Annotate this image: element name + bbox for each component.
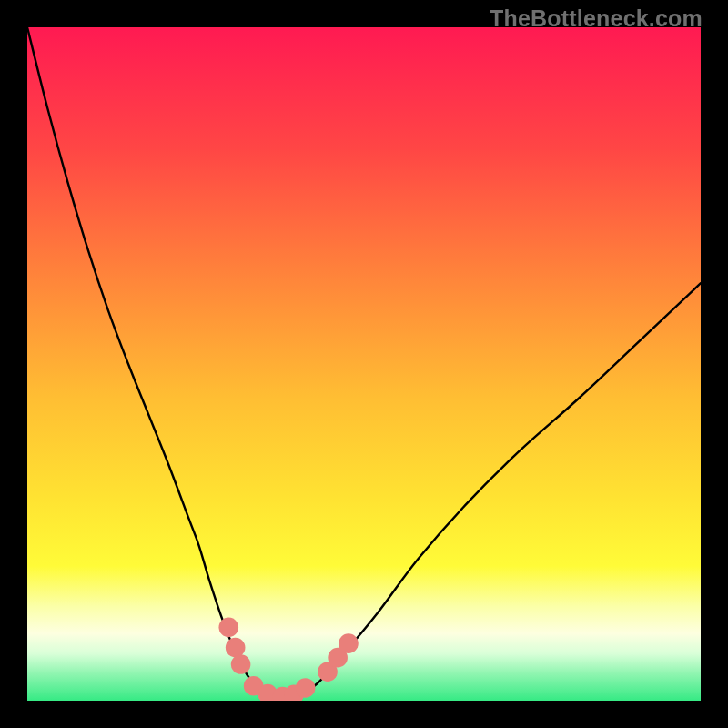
bottleneck-curve <box>27 27 701 701</box>
curve-marker <box>226 638 246 658</box>
curve-marker <box>231 654 251 674</box>
plot-area <box>27 27 701 701</box>
curve-marker <box>218 618 238 638</box>
chart-frame: TheBottleneck.com TheBottleneck.com <box>0 0 728 728</box>
curve-marker <box>296 678 316 698</box>
curve-marker <box>339 633 359 653</box>
